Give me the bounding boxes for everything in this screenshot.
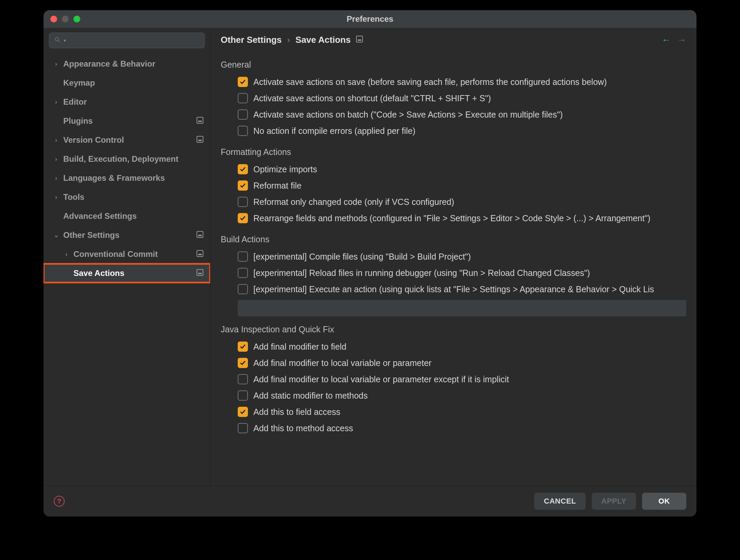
checkbox[interactable]	[238, 374, 248, 384]
option-row[interactable]: Add final modifier to field	[238, 338, 686, 355]
checkbox[interactable]	[238, 77, 248, 87]
sidebar-item-appearance-behavior[interactable]: ›Appearance & Behavior	[44, 54, 210, 73]
search-dropdown-icon: ▾	[64, 38, 66, 43]
option-row[interactable]: Add final modifier to local variable or …	[238, 371, 686, 387]
window-body: ▾ ›Appearance & Behavior›Keymap›Editor›P…	[44, 28, 696, 486]
sidebar-item-keymap[interactable]: ›Keymap	[44, 73, 210, 92]
sidebar-item-tools[interactable]: ›Tools	[44, 188, 210, 207]
quick-list-field[interactable]	[238, 300, 686, 316]
checkbox[interactable]	[238, 342, 248, 352]
sidebar-item-label: Version Control	[63, 135, 192, 145]
option-row[interactable]: [experimental] Execute an action (using …	[238, 281, 686, 297]
content-pane: Other Settings › Save Actions ← → Genera…	[211, 28, 696, 486]
sidebar-item-label: Tools	[63, 192, 203, 202]
option-label: No action if compile errors (applied per…	[253, 126, 416, 136]
option-label: Reformat file	[253, 181, 302, 191]
sidebar-item-editor[interactable]: ›Editor	[44, 92, 210, 111]
checkbox[interactable]	[238, 423, 248, 433]
section-title: General	[221, 60, 686, 70]
option-row[interactable]: Add final modifier to local variable or …	[238, 355, 686, 371]
sidebar-item-label: Conventional Commit	[73, 249, 192, 259]
chevron-right-icon: ›	[53, 99, 59, 106]
option-row[interactable]: Rearrange fields and methods (configured…	[238, 210, 686, 226]
checkbox[interactable]	[238, 251, 248, 262]
section-title: Java Inspection and Quick Fix	[221, 325, 686, 334]
checkbox[interactable]	[238, 109, 248, 120]
close-window-button[interactable]	[50, 16, 57, 22]
cancel-button[interactable]: CANCEL	[534, 493, 586, 510]
chevron-right-icon: ›	[63, 251, 69, 258]
nav-forward-icon[interactable]: →	[677, 35, 686, 45]
checkbox[interactable]	[238, 390, 248, 401]
checkbox[interactable]	[238, 164, 248, 174]
checkbox[interactable]	[238, 126, 248, 136]
breadcrumb-sep-icon: ›	[287, 35, 290, 45]
sidebar-item-other-settings[interactable]: ⌄Other Settings	[44, 226, 210, 245]
option-row[interactable]: [experimental] Reload files in running d…	[238, 265, 686, 281]
option-row[interactable]: Reformat only changed code (only if VCS …	[238, 194, 686, 210]
option-label: Optimize imports	[253, 164, 317, 174]
project-scope-icon	[197, 117, 203, 125]
ok-button[interactable]: OK	[642, 493, 686, 510]
checkbox[interactable]	[238, 213, 248, 223]
project-scope-icon	[197, 136, 203, 144]
sidebar-item-languages-frameworks[interactable]: ›Languages & Frameworks	[44, 169, 210, 188]
nav-back-icon[interactable]: ←	[662, 35, 671, 45]
search-input[interactable]	[69, 36, 200, 45]
option-row[interactable]: Optimize imports	[238, 161, 686, 177]
chevron-right-icon: ›	[53, 60, 59, 68]
option-row[interactable]: Activate save actions on shortcut (defau…	[238, 90, 686, 106]
option-label: [experimental] Compile files (using "Bui…	[253, 252, 471, 262]
sidebar-item-label: Editor	[63, 97, 203, 107]
dialog-footer: ? CANCEL APPLY OK	[44, 486, 696, 517]
option-row[interactable]: [experimental] Compile files (using "Bui…	[238, 248, 686, 265]
checkbox[interactable]	[238, 180, 248, 191]
sidebar: ▾ ›Appearance & Behavior›Keymap›Editor›P…	[44, 28, 211, 486]
option-label: Add static modifier to methods	[253, 391, 368, 401]
sidebar-item-build-execution-deployment[interactable]: ›Build, Execution, Deployment	[44, 150, 210, 169]
help-icon[interactable]: ?	[54, 496, 65, 507]
apply-button: APPLY	[592, 493, 636, 510]
option-row[interactable]: Activate save actions on save (before sa…	[238, 74, 686, 90]
chevron-right-icon: ›	[53, 137, 59, 144]
sidebar-item-advanced-settings[interactable]: ›Advanced Settings	[44, 207, 210, 226]
sidebar-item-label: Advanced Settings	[63, 211, 203, 221]
chevron-right-icon: ›	[53, 175, 59, 182]
option-row[interactable]: Reformat file	[238, 177, 686, 194]
checkbox[interactable]	[238, 358, 248, 368]
option-label: [experimental] Execute an action (using …	[253, 284, 654, 294]
settings-search[interactable]: ▾	[49, 33, 205, 48]
sidebar-item-label: Build, Execution, Deployment	[63, 154, 203, 164]
checkbox[interactable]	[238, 197, 248, 207]
option-row[interactable]: No action if compile errors (applied per…	[238, 123, 686, 139]
sidebar-item-label: Keymap	[63, 78, 203, 88]
checkbox[interactable]	[238, 268, 248, 278]
option-row[interactable]: Add static modifier to methods	[238, 387, 686, 404]
option-label: [experimental] Reload files in running d…	[253, 268, 590, 278]
option-label: Add final modifier to field	[253, 342, 347, 352]
svg-point-0	[55, 37, 58, 41]
option-label: Add final modifier to local variable or …	[253, 358, 432, 368]
sidebar-item-plugins[interactable]: ›Plugins	[44, 111, 210, 130]
section-title: Formatting Actions	[221, 147, 686, 157]
checkbox[interactable]	[238, 284, 248, 294]
option-row[interactable]: Add this to field access	[238, 404, 686, 420]
settings-scroll[interactable]: GeneralActivate save actions on save (be…	[211, 52, 696, 486]
option-label: Activate save actions on batch ("Code > …	[253, 110, 563, 120]
sidebar-item-save-actions[interactable]: ›Save Actions	[44, 264, 210, 283]
sidebar-item-conventional-commit[interactable]: ›Conventional Commit	[44, 245, 210, 264]
checkbox[interactable]	[238, 93, 248, 103]
minimize-window-button[interactable]	[62, 16, 69, 22]
settings-tree: ›Appearance & Behavior›Keymap›Editor›Plu…	[44, 53, 210, 486]
chevron-right-icon: ›	[53, 194, 59, 201]
checkbox[interactable]	[238, 407, 248, 417]
option-row[interactable]: Add this to method access	[238, 420, 686, 436]
option-label: Activate save actions on save (before sa…	[253, 77, 607, 87]
preferences-window: Preferences ▾ ›Appearance & Behavior›Key…	[44, 10, 696, 517]
breadcrumb-root: Other Settings	[221, 35, 282, 45]
option-row[interactable]: Activate save actions on batch ("Code > …	[238, 106, 686, 123]
sidebar-item-version-control[interactable]: ›Version Control	[44, 130, 210, 150]
option-label: Rearrange fields and methods (configured…	[253, 213, 651, 223]
zoom-window-button[interactable]	[73, 16, 80, 22]
option-label: Add this to method access	[253, 423, 353, 433]
